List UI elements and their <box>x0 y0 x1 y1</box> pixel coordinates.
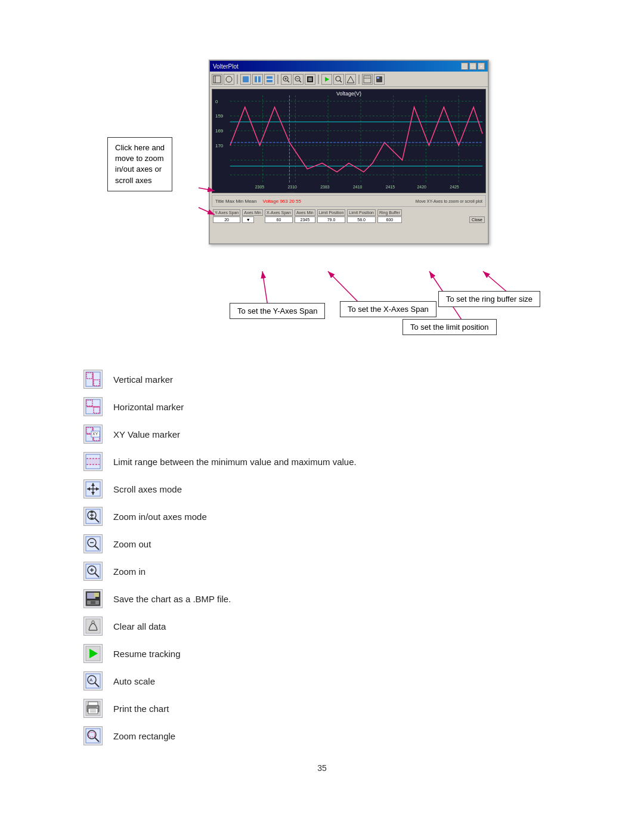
print-chart-icon <box>83 699 103 718</box>
icon-row-horizontal-marker: Horizontal marker <box>83 397 596 416</box>
axes-min2-ctrl: Axes Min 2345 <box>295 209 315 223</box>
horizontal-marker-label: Horizontal marker <box>113 402 184 412</box>
toolbar-btn-6[interactable] <box>281 74 292 85</box>
close-btn[interactable]: × <box>478 63 485 70</box>
resume-tracking-label: Resume tracking <box>113 649 181 659</box>
scroll-axes-icon <box>83 479 103 498</box>
save-bmp-label: Save the chart as a .BMP file. <box>113 594 231 604</box>
toolbar-btn-4[interactable] <box>252 74 263 85</box>
xy-marker-label: XY Value marker <box>113 429 180 439</box>
ring-buf-ctrl: Ring Buffer 600 <box>377 209 402 223</box>
chart-title: Voltage(V) <box>212 91 485 97</box>
icon-row-vertical-marker: Vertical marker <box>83 370 596 389</box>
toolbar-btn-9[interactable] <box>321 74 332 85</box>
svg-rect-100 <box>87 593 95 599</box>
svg-rect-115 <box>88 708 98 714</box>
svg-rect-102 <box>94 593 99 597</box>
save-bmp-icon <box>83 589 103 608</box>
label-y-axes: To set the Y-Axes Span <box>230 303 325 319</box>
auto-scale-icon: A <box>83 671 103 690</box>
toolbar-btn-13[interactable] <box>374 74 385 85</box>
toolbar-sep-1 <box>237 75 238 84</box>
toolbar-btn-2[interactable] <box>224 74 234 85</box>
svg-line-13 <box>299 80 301 82</box>
svg-rect-104 <box>86 619 100 633</box>
svg-text:2310: 2310 <box>287 185 297 189</box>
svg-text:0: 0 <box>215 99 218 104</box>
zoom-inout-label: Zoom in/out axes mode <box>113 512 207 522</box>
resume-tracking-icon <box>83 644 103 663</box>
axes-min-ctrl: Axes Min ▼ <box>242 209 263 223</box>
svg-text:2425: 2425 <box>450 185 459 189</box>
toolbar-btn-12[interactable] <box>362 74 373 85</box>
auto-scale-label: Auto scale <box>113 676 155 686</box>
svg-text:2383: 2383 <box>320 185 330 189</box>
svg-text:159: 159 <box>215 113 224 119</box>
limit-pos2-ctrl: Limit Position 58.0 <box>347 209 376 223</box>
page: Click here and move to zoom in/out axes … <box>0 0 644 833</box>
svg-rect-75 <box>86 459 100 465</box>
zoom-rectangle-icon <box>83 726 103 745</box>
icon-row-zoom-out: Zoom out <box>83 534 596 553</box>
svg-text:2420: 2420 <box>417 185 427 189</box>
svg-marker-20 <box>347 76 354 83</box>
svg-text:XY: XY <box>92 432 98 436</box>
svg-line-19 <box>340 80 342 82</box>
maximize-btn[interactable]: □ <box>469 63 476 70</box>
toolbar-btn-11[interactable] <box>345 74 356 85</box>
vertical-marker-label: Vertical marker <box>113 374 173 385</box>
horizontal-marker-icon <box>83 397 103 416</box>
toolbar-sep-2 <box>277 75 278 84</box>
app-titlebar: VolterPlot _ □ × <box>210 61 488 72</box>
close-button[interactable]: Close <box>469 216 485 223</box>
scroll-axes-label: Scroll axes mode <box>113 484 182 494</box>
svg-point-118 <box>97 707 98 708</box>
toolbar-btn-7[interactable] <box>293 74 304 85</box>
zoom-in-label: Zoom in <box>113 566 145 577</box>
chart-svg: 0 159 169 170 2305 2310 2383 2410 2415 2… <box>212 89 485 193</box>
svg-rect-16 <box>308 78 312 81</box>
zoom-out-icon <box>83 534 103 553</box>
toolbar-sep-4 <box>358 75 360 84</box>
icon-row-xy-marker: XY XY Value marker <box>83 425 596 444</box>
svg-text:170: 170 <box>215 143 224 148</box>
svg-text:2410: 2410 <box>353 185 363 189</box>
chart-controls: Y-Axes Span 20 Axes Min ▼ X-Axes Span 60… <box>212 208 486 224</box>
svg-rect-24 <box>377 77 379 79</box>
svg-point-18 <box>336 76 340 81</box>
icon-row-zoom-inout: Zoom in/out axes mode <box>83 507 596 526</box>
toolbar-btn-10[interactable] <box>333 74 344 85</box>
svg-rect-117 <box>90 711 96 713</box>
svg-text:2415: 2415 <box>386 185 395 189</box>
svg-rect-116 <box>90 710 96 711</box>
page-number: 35 <box>48 763 596 773</box>
icon-row-scroll-axes: Scroll axes mode <box>83 479 596 498</box>
zoom-out-label: Zoom out <box>113 539 151 549</box>
clear-data-label: Clear all data <box>113 621 166 631</box>
print-chart-label: Print the chart <box>113 704 169 714</box>
app-window: VolterPlot _ □ × <box>209 60 489 244</box>
diagram-container: Click here and move to zoom in/out axes … <box>48 36 596 346</box>
zoom-in-icon <box>83 562 103 581</box>
svg-point-2 <box>226 76 232 82</box>
callout-zoom: Click here and move to zoom in/out axes … <box>107 137 172 191</box>
y-axes-span-ctrl: Y-Axes Span 20 <box>213 209 240 223</box>
icon-row-limit-range: Limit range between the minimum value an… <box>83 452 596 471</box>
toolbar-btn-8[interactable] <box>305 74 315 85</box>
svg-text:169: 169 <box>215 128 224 134</box>
svg-text:A: A <box>89 677 93 683</box>
zoom-rectangle-label: Zoom rectangle <box>113 731 175 741</box>
toolbar-btn-1[interactable] <box>212 74 222 85</box>
zoom-inout-icon <box>83 507 103 526</box>
clear-data-icon <box>83 617 103 636</box>
minimize-btn[interactable]: _ <box>461 63 468 70</box>
icon-row-zoom-rectangle: Zoom rectangle <box>83 726 596 745</box>
icon-row-save-bmp: Save the chart as a .BMP file. <box>83 589 596 608</box>
x-axes-span-ctrl: X-Axes Span 60 <box>265 209 293 223</box>
svg-rect-21 <box>364 76 371 83</box>
svg-rect-3 <box>243 76 249 82</box>
toolbar-btn-3[interactable] <box>240 74 251 85</box>
toolbar-btn-5[interactable] <box>264 74 275 85</box>
icon-row-auto-scale: A Auto scale <box>83 671 596 690</box>
icon-row-print-chart: Print the chart <box>83 699 596 718</box>
